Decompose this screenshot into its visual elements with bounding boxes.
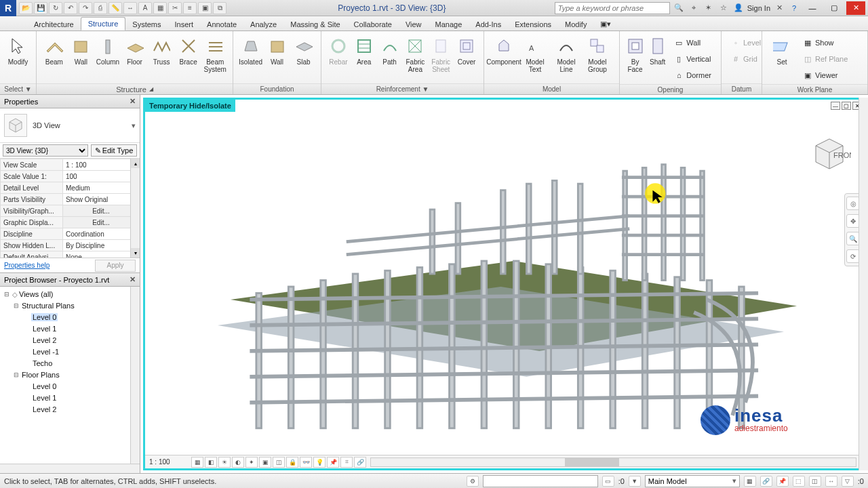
status-design-icon[interactable]: ▦ — [744, 476, 756, 487]
status-link-icon[interactable]: 🔗 — [760, 476, 772, 487]
tab-insert[interactable]: Insert — [168, 18, 201, 30]
tab-modify[interactable]: Modify — [558, 18, 593, 30]
wp-set-button[interactable]: Set — [766, 34, 797, 66]
datum-level-button[interactable]: ◦Level — [728, 35, 764, 50]
qat-section-icon[interactable]: ✂ — [168, 2, 182, 14]
beam-button[interactable]: Beam — [41, 34, 68, 66]
vc-detail-icon[interactable]: ▦ — [191, 457, 203, 468]
tab-systems[interactable]: Systems — [125, 18, 167, 30]
minimize-button[interactable]: — — [803, 1, 822, 15]
prop-value[interactable]: By Discipline — [63, 240, 140, 251]
qat-close-hidden-icon[interactable]: ▣ — [198, 2, 212, 14]
tree-views-root[interactable]: ⊟◇Views (all) — [0, 288, 140, 300]
model-line-button[interactable]: ModelLine — [551, 34, 582, 73]
close-button[interactable]: ✕ — [846, 1, 865, 15]
view-scale[interactable]: 1 : 100 — [149, 458, 190, 466]
wp-ref-button[interactable]: ◫Ref Plane — [800, 52, 850, 66]
qat-sync-icon[interactable]: ↻ — [49, 2, 62, 14]
floor-button[interactable]: Floor — [121, 34, 149, 66]
vc-temp-icon[interactable]: 👓 — [300, 457, 312, 468]
vc-shadow-icon[interactable]: ◐ — [232, 457, 244, 468]
tab-structure[interactable]: Structure — [81, 17, 126, 30]
opening-dormer-button[interactable]: ⌂Dormer — [671, 68, 714, 83]
prop-value[interactable]: Coordination — [63, 228, 140, 240]
search-icon[interactable]: 🔍 — [673, 2, 685, 14]
area-button[interactable]: Area — [351, 34, 377, 66]
fabric-sheet-button[interactable]: FabricSheet — [428, 34, 454, 73]
tree-group-0[interactable]: ⊟Structural Plans — [0, 300, 140, 311]
tab-analyze[interactable]: Analyze — [243, 18, 283, 30]
qat-redo-icon[interactable]: ↷ — [79, 2, 92, 14]
status-drag-icon[interactable]: ↔ — [825, 476, 837, 487]
tree-item-0-0[interactable]: Level 0 — [0, 311, 140, 323]
fabric-area-button[interactable]: FabricArea — [402, 34, 428, 73]
property-grid[interactable]: View Scale1 : 100Scale Value 1:100Detail… — [0, 159, 140, 258]
tree-item-0-1[interactable]: Level 1 — [0, 323, 140, 334]
tree-group-1[interactable]: ⊟Floor Plans — [0, 369, 140, 380]
tab-context-icon[interactable]: ▣▾ — [593, 18, 618, 30]
qat-thin-icon[interactable]: ≡ — [183, 2, 197, 14]
qat-save-icon[interactable]: 💾 — [34, 2, 47, 14]
view-max-icon[interactable]: ▢ — [842, 102, 851, 110]
properties-help-link[interactable]: Properties help — [4, 262, 50, 269]
tab-addins[interactable]: Add-Ins — [469, 18, 508, 30]
isolated-button[interactable]: Isolated — [237, 34, 264, 66]
status-filter-icon[interactable]: ▼ — [629, 476, 641, 487]
properties-close-icon[interactable]: ✕ — [130, 97, 136, 106]
qat-print-icon[interactable]: ⎙ — [94, 2, 107, 14]
tree-item-0-3[interactable]: Level -1 — [0, 346, 140, 357]
prop-value[interactable]: Show Original — [63, 194, 140, 205]
tab-manage[interactable]: Manage — [429, 18, 469, 30]
vc-hide-icon[interactable]: 💡 — [313, 457, 326, 468]
wp-viewer-button[interactable]: ▣Viewer — [800, 68, 850, 83]
status-select-icon[interactable]: ▭ — [602, 476, 614, 487]
qat-undo-icon[interactable]: ↶ — [64, 2, 77, 14]
favorite-icon[interactable]: ☆ — [717, 2, 730, 14]
datum-grid-button[interactable]: #Grid — [728, 52, 764, 66]
tab-massing[interactable]: Massing & Site — [283, 18, 347, 30]
help-icon[interactable]: ? — [788, 2, 800, 14]
status-face-icon[interactable]: ◫ — [809, 476, 821, 487]
nav-zoom-icon[interactable]: 🔍 — [846, 232, 860, 245]
apply-button[interactable]: Apply — [95, 260, 136, 272]
vc-constraint-icon[interactable]: 📌 — [327, 457, 339, 468]
vc-sun-icon[interactable]: ☀ — [218, 457, 231, 468]
prop-value[interactable]: Edit... — [63, 205, 140, 217]
type-dropdown-icon[interactable]: ▾ — [132, 121, 136, 130]
panel-reinforcement-title[interactable]: Reinforcement ▼ — [321, 83, 484, 94]
component-button[interactable]: Component — [488, 34, 519, 66]
nav-pan-icon[interactable]: ✥ — [846, 214, 860, 228]
comm-icon[interactable]: ✶ — [703, 2, 715, 14]
prop-value[interactable]: 100 — [63, 171, 140, 182]
opening-wall-button[interactable]: ▭Wall — [671, 35, 714, 50]
browser-vscrollbar[interactable] — [130, 287, 140, 464]
brace-button[interactable]: Brace — [175, 34, 202, 66]
tab-architecture[interactable]: Architecture — [27, 18, 81, 30]
panel-structure-title[interactable]: Structure◢ — [37, 83, 233, 94]
browser-hscrollbar[interactable] — [0, 464, 140, 473]
sign-in-link[interactable]: Sign In — [747, 4, 770, 12]
status-editable-only[interactable] — [483, 475, 598, 487]
status-workset-icon[interactable]: ⚙ — [467, 476, 479, 487]
opening-vertical-button[interactable]: ▯Vertical — [671, 52, 714, 66]
view-cube[interactable]: FRONT — [808, 132, 851, 176]
vc-link-icon[interactable]: 🔗 — [354, 457, 366, 468]
maximize-button[interactable]: ▢ — [825, 1, 844, 15]
vc-cropshow-icon[interactable]: ◫ — [273, 457, 285, 468]
column-button[interactable]: Column — [94, 34, 121, 66]
status-filter2-icon[interactable]: ▽ — [842, 476, 854, 487]
prop-value[interactable]: None — [63, 251, 140, 258]
tree-item-1-1[interactable]: Level 1 — [0, 392, 140, 403]
edit-type-button[interactable]: ✎Edit Type — [91, 144, 137, 157]
opening-byface-button[interactable]: By Face — [624, 34, 646, 73]
status-pick-icon[interactable]: ⬚ — [793, 476, 805, 487]
properties-header[interactable]: Properties ✕ — [0, 95, 140, 108]
model-group-button[interactable]: ModelGroup — [582, 34, 613, 73]
tree-item-1-2[interactable]: Level 2 — [0, 403, 140, 415]
vc-style-icon[interactable]: ◧ — [205, 457, 217, 468]
panel-select-title[interactable]: Select ▼ — [0, 83, 36, 94]
beam-system-button[interactable]: BeamSystem — [201, 34, 229, 73]
wp-show-button[interactable]: ▦Show — [800, 35, 850, 50]
rebar-button[interactable]: Rebar — [326, 34, 351, 66]
wall-button[interactable]: Wall — [68, 34, 95, 66]
